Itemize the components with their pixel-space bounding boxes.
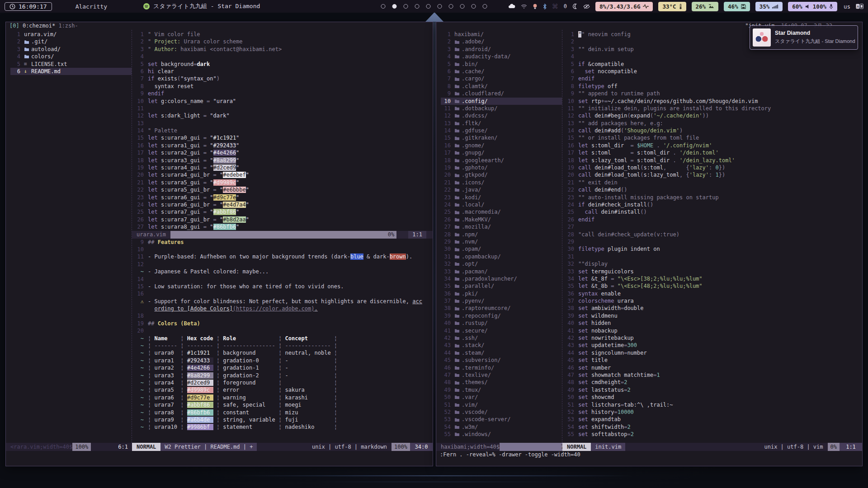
tree-item--w3m-[interactable]: 54.w3m/ [441, 423, 562, 431]
tmux-window-1[interactable]: 0:chezmoi* [23, 23, 55, 29]
code-line[interactable]: 7if exists("syntax_on") [132, 75, 433, 82]
code-line[interactable]: 2" Project: Urara color scheme [132, 38, 433, 45]
code-line[interactable]: 41set nobackup [562, 327, 862, 334]
code-line[interactable]: 20let s:urara4_gui_br = "#edebef" [132, 171, 433, 178]
clock-widget[interactable]: 16:09:17 [5, 2, 52, 11]
code-line[interactable]: 33set termguicolors [562, 268, 862, 275]
keyboard-layout-label[interactable]: us [844, 3, 850, 10]
tree-item-urara-vim-[interactable]: 1urara.vim/ [10, 31, 132, 38]
code-line[interactable]: 23"" auto-install missing packages on st… [562, 194, 862, 201]
code-line[interactable]: 10set rtp+=~/.cache/dein/repos/github.co… [562, 98, 862, 105]
tree-item--local-[interactable]: 24.local/ [441, 201, 562, 208]
tree-item--vscode-server-[interactable]: 53.vscode-server/ [441, 416, 562, 423]
code-line[interactable]: 30filetype plugin indent on [562, 245, 862, 253]
bulb-icon[interactable] [533, 4, 538, 9]
tree-item-autoload-[interactable]: 3autoload/ [10, 46, 132, 53]
readme-preview-buffer[interactable]: 9## Features1011- Purple-based: Aufheben… [132, 239, 433, 431]
code-line[interactable]: 18let s:lazy_toml = s:toml_dir . '/dein_… [562, 157, 862, 164]
tree-item--cloudflared-[interactable]: 9.cloudflared/ [441, 90, 562, 97]
tree-item--gnome-[interactable]: 16.gnome/ [441, 142, 562, 149]
tree-item--stack-[interactable]: 43.stack/ [441, 342, 562, 349]
temperature-badge[interactable]: 33°C [658, 2, 686, 11]
code-line[interactable]: 16 [132, 290, 433, 297]
terminal-window-left[interactable]: [0] 0:chezmoi* 1:zsh- 1urara.vim/2.git/3… [5, 22, 433, 466]
workspace-dot-3[interactable] [404, 4, 408, 9]
code-line[interactable]: 3" Author: haxibami <contact@haxibami.ne… [132, 46, 433, 53]
tree-item--gphoto-[interactable]: 19.gphoto/ [441, 164, 562, 171]
terminal-window-right[interactable]: "init.vim 16:09 07- 2月-22 1haxibami/2.ad… [436, 22, 863, 466]
tmux-session-label[interactable]: [0] [9, 23, 19, 29]
tree-item--paradoxlauncher-[interactable]: 34.paradoxlauncher/ [441, 275, 562, 282]
code-line[interactable]: 27let s:urara8_gui = "#86bfb6" [132, 223, 433, 230]
tree-item--themes-[interactable]: 48.themes/ [441, 379, 562, 386]
code-line[interactable]: 24if dein#check_install() [562, 201, 862, 208]
workspace-dot-1[interactable] [381, 4, 386, 9]
code-line[interactable]: 38set ambiwidth=double [562, 305, 862, 312]
code-line[interactable]: 44set signcolumn=number [562, 349, 862, 357]
code-line[interactable]: ~¦ urara0 ¦ #1c1921 ¦ background ¦ neutr… [132, 349, 433, 357]
tree-item--gitkraken-[interactable]: 15.gitkraken/ [441, 134, 562, 141]
code-line[interactable]: 7endif [562, 75, 862, 82]
code-line[interactable]: 31 [562, 253, 862, 260]
tree-item--clamtk-[interactable]: 8.clamtk/ [441, 83, 562, 90]
code-line[interactable]: 15"" or install packages from toml file [562, 134, 862, 141]
tree-item--bin-[interactable]: 5.bin/ [441, 61, 562, 68]
now-playing-notification[interactable]: Star Diamond スタァライト九九組 - Star Diamond [750, 25, 858, 50]
code-line[interactable]: ~¦ ------- ¦ -------- ¦ ----------------… [132, 342, 433, 349]
code-line[interactable]: 28"call dein#check_update(v:true) [562, 231, 862, 238]
workspace-dot-9[interactable] [472, 4, 476, 9]
cpu-usage-badge[interactable]: 26% [692, 2, 719, 11]
workspace-dot-5[interactable] [426, 4, 431, 9]
tree-item--gdfuse-[interactable]: 14.gdfuse/ [441, 127, 562, 134]
tree-item--icons-[interactable]: 21.icons/ [441, 179, 562, 186]
code-line[interactable]: 21let s:urara5_gui = "#d9989c" [132, 179, 433, 186]
disk-usage-badge[interactable]: 46% [724, 2, 750, 11]
command-key-icon[interactable]: ⌘ [552, 3, 558, 10]
code-line[interactable]: 26let s:urara7_gui_br = "#b8d2aa" [132, 216, 433, 223]
code-line[interactable]: 18let s:urara3_gui = "#8a8299" [132, 157, 433, 164]
code-line[interactable]: 27 [562, 223, 862, 230]
tree-item--android-[interactable]: 3.android/ [441, 46, 562, 53]
code-line[interactable]: 12 [132, 261, 433, 268]
code-line[interactable]: 16let s:toml_dir = $HOME . '/.config/nvi… [562, 142, 862, 149]
code-line[interactable]: 34let &t_8f = "\<Esc>[38;2;%lu;%lu;%lum" [562, 275, 862, 282]
code-line[interactable]: 48set cmdheight=2 [562, 379, 862, 386]
code-line[interactable]: 6hi clear [132, 68, 433, 75]
tree-item--git-[interactable]: 2.git/ [10, 38, 132, 45]
tree-item--parallel-[interactable]: 35.parallel/ [441, 282, 562, 290]
code-line[interactable]: 9"" append to runtime path [562, 90, 862, 97]
init-vim-buffer[interactable]: 1"" neovim config23"" dein.vim setup45if… [562, 31, 862, 438]
dnd-moon-icon[interactable] [572, 4, 578, 9]
tree-item-README-md[interactable]: 6↓README.md [10, 68, 132, 75]
code-line[interactable]: 26endif [562, 216, 862, 223]
code-line[interactable]: 11- Purple-based: Aufheben on two major … [132, 253, 433, 260]
tree-item--subversion-[interactable]: 45.subversion/ [441, 357, 562, 364]
workspace-dot-2[interactable] [392, 4, 397, 9]
tree-item--tmux-[interactable]: 49.tmux/ [441, 386, 562, 394]
tree-item--texlive-[interactable]: 47.texlive/ [441, 371, 562, 379]
tree-item--opam-[interactable]: 30.opam/ [441, 245, 562, 253]
code-line[interactable]: 20 [132, 327, 433, 334]
tree-item--terminfo-[interactable]: 46.terminfo/ [441, 364, 562, 371]
tree-item--repoconfig-[interactable]: 39.repoconfig/ [441, 312, 562, 319]
tree-item--cache-[interactable]: 6.cache/ [441, 68, 562, 75]
code-line[interactable]: 19let s:urara4_gui = "#d2ced9" [132, 164, 433, 171]
code-line[interactable]: ~- Japanese & Pastel colored: maybe... [132, 268, 433, 275]
tree-item--rustup-[interactable]: 40.rustup/ [441, 319, 562, 327]
cmdline-area-left[interactable] [6, 451, 433, 466]
tree-item-LICENSE-txt[interactable]: 5≡LICENSE.txt [10, 61, 132, 68]
code-line[interactable]: 49set laststatus=2 [562, 386, 862, 394]
code-line[interactable]: ~¦ urara6 ¦ #d9c77e ¦ warning ¦ karashi … [132, 394, 433, 401]
code-line[interactable]: 25let s:urara7_gui = "#abbf86" [132, 208, 433, 216]
workspace-dot-10[interactable] [483, 4, 487, 9]
code-line[interactable]: 35let &t_8b = "\<Esc>[48;2;%lu;%lu;%lum" [562, 282, 862, 290]
code-line[interactable]: 15let s:urara0_gui = "#1c1921" [132, 134, 433, 141]
network-usage-badge[interactable]: 8%/3.43/3.6G [595, 2, 653, 11]
code-line[interactable]: 4 [562, 53, 862, 60]
code-line[interactable]: 15- Low saturation: for those who are ti… [132, 283, 433, 290]
tree-item--nvm-[interactable]: 29.nvm/ [441, 238, 562, 245]
code-line[interactable]: 19call dein#load_toml(s:toml, {'lazy': 0… [562, 164, 862, 171]
code-line[interactable]: 5set background=dark [132, 61, 433, 68]
code-line[interactable]: ~¦ urara1 ¦ #292433 ¦ gradation-0 ¦ - ¦ [132, 357, 433, 364]
wifi-icon[interactable] [521, 4, 527, 9]
